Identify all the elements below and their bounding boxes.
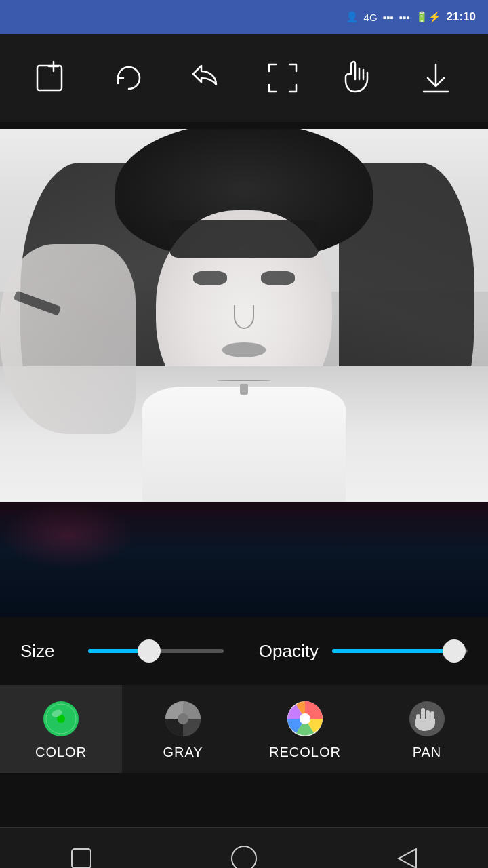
sliders-panel: Size Opacity [0, 617, 488, 685]
download-button[interactable] [409, 51, 463, 105]
home-button[interactable] [217, 831, 271, 869]
tools-panel: COLOR GRAY RECOLOR [0, 685, 488, 773]
svg-point-19 [232, 846, 256, 869]
add-photo-button[interactable] [25, 51, 79, 105]
svg-marker-20 [399, 849, 416, 868]
network-4g: 4G [364, 12, 378, 23]
user-icon: 👤 [346, 11, 359, 23]
opacity-slider-track[interactable] [332, 649, 468, 653]
gray-icon [163, 698, 203, 739]
back-button[interactable] [380, 831, 434, 869]
pan-label: PAN [413, 745, 442, 760]
pan-icon [407, 698, 447, 739]
opacity-label: Opacity [259, 641, 319, 662]
opacity-slider-thumb[interactable] [443, 639, 466, 663]
fullscreen-button[interactable] [256, 51, 310, 105]
recolor-tool[interactable]: RECOLOR [244, 685, 366, 773]
svg-point-12 [300, 713, 310, 724]
gray-label: GRAY [163, 745, 203, 760]
dark-overlay [0, 502, 488, 617]
navigation-bar [0, 827, 488, 868]
opacity-slider-fill [332, 649, 454, 653]
svg-rect-18 [72, 849, 91, 868]
recolor-label: RECOLOR [269, 745, 341, 760]
size-slider-track[interactable] [88, 649, 224, 653]
battery-icon: 🔋⚡ [415, 11, 441, 23]
status-bar: 👤 4G ▪▪▪ ▪▪▪ 🔋⚡ 21:10 [0, 0, 488, 34]
toolbar [0, 34, 488, 122]
size-label: Size [20, 641, 75, 662]
svg-rect-0 [37, 66, 62, 90]
photo-canvas[interactable] [0, 122, 488, 502]
size-slider-group: Size [20, 641, 224, 662]
size-slider-thumb[interactable] [138, 639, 161, 663]
color-label: COLOR [35, 745, 87, 760]
color-tool[interactable]: COLOR [0, 685, 122, 773]
recent-apps-button[interactable] [54, 831, 108, 869]
gray-tool[interactable]: GRAY [122, 685, 244, 773]
pan-tool[interactable]: PAN [366, 685, 488, 773]
rotate-button[interactable] [102, 51, 156, 105]
spacer [0, 773, 488, 827]
color-icon [41, 698, 81, 739]
touch-button[interactable] [332, 51, 386, 105]
signal-icon: ▪▪▪ [383, 12, 394, 23]
signal-icon2: ▪▪▪ [399, 12, 410, 23]
recolor-icon [285, 698, 325, 739]
svg-point-10 [178, 713, 188, 724]
status-time: 21:10 [447, 10, 476, 24]
opacity-slider-group: Opacity [259, 641, 468, 662]
undo-button[interactable] [178, 51, 232, 105]
